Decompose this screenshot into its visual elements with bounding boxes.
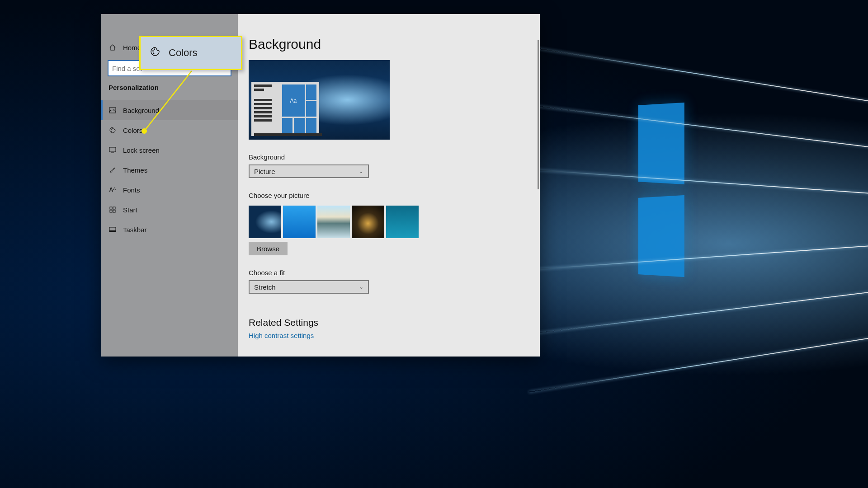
nav-fonts[interactable]: AA Fonts <box>101 180 238 200</box>
nav-colors-label: Colors <box>123 127 142 134</box>
desktop-preview: Aa <box>249 60 390 140</box>
fit-dropdown[interactable]: Stretch ⌄ <box>249 280 369 294</box>
picture-thumb-row <box>249 206 527 238</box>
svg-rect-11 <box>113 210 115 212</box>
svg-point-14 <box>152 50 154 52</box>
background-dropdown-value: Picture <box>254 168 275 175</box>
fit-label: Choose a fit <box>249 269 527 277</box>
svg-point-15 <box>154 48 155 50</box>
nav-background-label: Background <box>123 107 159 114</box>
browse-button[interactable]: Browse <box>249 242 288 255</box>
scrollbar[interactable] <box>538 40 539 189</box>
annotation-callout: Colors <box>139 36 242 70</box>
svg-rect-10 <box>110 210 112 212</box>
svg-point-16 <box>153 52 155 54</box>
picture-thumb[interactable] <box>283 206 316 238</box>
browse-button-label: Browse <box>257 245 279 253</box>
fonts-icon: AA <box>108 187 117 193</box>
annotation-dot <box>142 128 147 134</box>
fit-dropdown-value: Stretch <box>254 283 276 291</box>
brush-icon <box>108 166 117 174</box>
picture-thumb[interactable] <box>352 206 384 238</box>
nav-background[interactable]: Background <box>101 100 238 120</box>
svg-rect-9 <box>113 207 115 209</box>
picture-icon <box>108 107 117 113</box>
svg-rect-13 <box>109 230 116 232</box>
svg-rect-6 <box>109 147 116 152</box>
section-heading: Personalization <box>101 82 238 95</box>
picture-thumb[interactable] <box>249 206 281 238</box>
palette-icon <box>108 127 117 134</box>
nav-lockscreen[interactable]: Lock screen <box>101 140 238 160</box>
chevron-down-icon: ⌄ <box>359 168 363 174</box>
nav-fonts-label: Fonts <box>123 186 140 194</box>
wallpaper-beams <box>524 0 868 488</box>
background-dropdown[interactable]: Picture ⌄ <box>249 164 369 178</box>
nav-themes-label: Themes <box>123 166 147 174</box>
home-icon <box>108 44 117 51</box>
monitor-icon <box>108 147 117 153</box>
picture-thumb[interactable] <box>386 206 419 238</box>
choose-picture-label: Choose your picture <box>249 192 527 199</box>
svg-point-3 <box>111 129 112 130</box>
nav-start-label: Start <box>123 206 137 214</box>
nav-taskbar-label: Taskbar <box>123 226 147 234</box>
svg-point-5 <box>111 131 112 132</box>
content-pane: Background Aa Background Picture ⌄ Choos… <box>238 14 540 357</box>
start-icon <box>108 206 117 213</box>
high-contrast-link[interactable]: High contrast settings <box>249 332 314 339</box>
svg-rect-8 <box>110 207 112 209</box>
page-title: Background <box>249 37 527 52</box>
nav-home-label: Home <box>123 44 141 52</box>
related-heading: Related Settings <box>249 317 527 328</box>
palette-icon <box>150 46 160 60</box>
background-label: Background <box>249 153 527 161</box>
picture-thumb[interactable] <box>317 206 350 238</box>
taskbar-icon <box>108 227 117 232</box>
annotation-callout-label: Colors <box>169 47 198 59</box>
nav-themes[interactable]: Themes <box>101 160 238 180</box>
nav-start[interactable]: Start <box>101 200 238 220</box>
nav-colors[interactable]: Colors <box>101 120 238 140</box>
preview-tile-label: Aa <box>282 84 305 117</box>
svg-point-4 <box>112 128 113 129</box>
chevron-down-icon: ⌄ <box>359 284 363 290</box>
nav-taskbar[interactable]: Taskbar <box>101 220 238 239</box>
nav-lockscreen-label: Lock screen <box>123 146 160 154</box>
